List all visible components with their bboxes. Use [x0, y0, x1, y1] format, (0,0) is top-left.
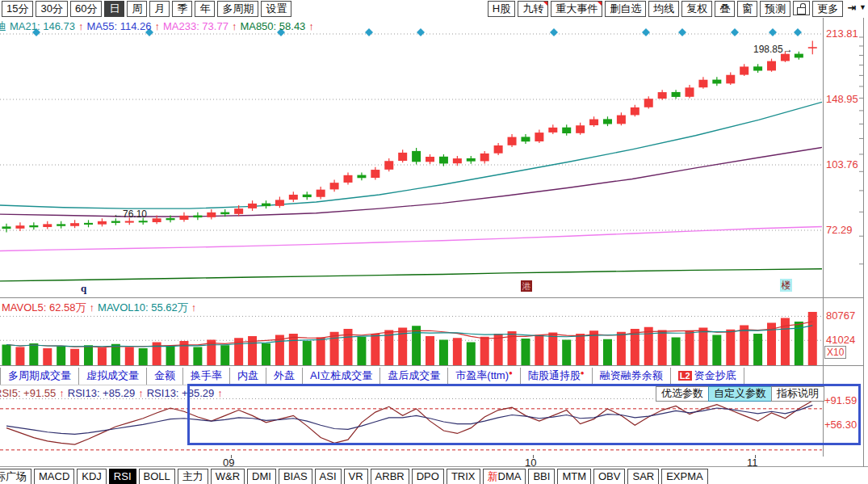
toolbar-button-复权[interactable]: 复权: [681, 1, 712, 17]
ma-lines: [0, 102, 822, 281]
event-marker-楼[interactable]: 楼: [780, 279, 792, 292]
indicator-tab-虚拟成交量[interactable]: 虚拟成交量: [79, 368, 147, 385]
ma-label-MA233: MA233: 73.77: [163, 20, 229, 32]
last-price-annotation: 198.85→: [753, 44, 793, 55]
mavol-label-0: MAVOL5: 62.58万: [2, 301, 86, 314]
bottom-tab-BBI[interactable]: BBI: [528, 469, 555, 484]
toolbar-button-叠[interactable]: 叠: [715, 1, 735, 17]
up-arrow-icon: ↑: [90, 301, 95, 314]
indicator-tab-多周期成交量[interactable]: 多周期成交量: [0, 368, 79, 385]
top-toolbar: 15分30分60分日周月季年多周期设置 H股九转重大事件删自选均线复权叠窗预测更…: [0, 0, 868, 18]
lock-button[interactable]: [793, 1, 810, 15]
indicator-tab-外盘[interactable]: 外盘: [266, 368, 303, 385]
param-button-指标说明[interactable]: 指标说明: [771, 386, 824, 402]
volume-unit-badge: X10: [824, 346, 846, 359]
indicator-tab-AI立桩成交量[interactable]: AI立桩成交量: [303, 368, 380, 385]
toolbar-button-更多[interactable]: 更多: [812, 1, 843, 17]
period-tab-设置[interactable]: 设置: [261, 1, 291, 17]
up-arrow-icon: ↑: [154, 20, 160, 32]
bottom-tab-DPO[interactable]: DPO: [412, 469, 444, 484]
period-tab-多周期[interactable]: 多周期: [217, 1, 258, 17]
toolbar-button-九转[interactable]: 九转: [518, 1, 548, 17]
bottom-tab-MTM[interactable]: MTM: [557, 469, 591, 484]
chevron-down-icon[interactable]: ▼: [858, 1, 868, 15]
bottom-tab-TRIX[interactable]: TRIX: [447, 469, 480, 484]
new-dot-badge: ●: [581, 369, 585, 377]
stock-name-fragment: 迪: [0, 20, 6, 32]
bottom-tab-W&R[interactable]: W&R: [211, 469, 245, 484]
indicator-tab-bar: 多周期成交量虚拟成交量金额换手率内盘外盘AI立桩成交量盘后成交量市盈率(ttm)…: [0, 368, 823, 385]
toolbar-right-group: H股九转重大事件删自选均线复权叠窗预测更多⇥▼: [486, 0, 868, 17]
bottom-tab-主力[interactable]: 主力: [178, 469, 208, 484]
bottom-tab-BOLL[interactable]: BOLL: [139, 469, 175, 484]
bottom-tab-SAR[interactable]: SAR: [627, 469, 659, 484]
toolbar-button-均线[interactable]: 均线: [648, 1, 679, 17]
indicator-tab-融资融券余额[interactable]: 融资融券余额: [593, 368, 671, 385]
ma-label-MA850: MA850: 58.43: [240, 20, 305, 32]
rsi-axis-label: +56.30: [824, 419, 857, 431]
panel-frames: [0, 0, 868, 484]
param-button-自定义参数[interactable]: 自定义参数: [708, 386, 772, 402]
rsi-axis-label: +91.59: [824, 394, 857, 406]
mavol-label-1: MAVOL10: 55.62万: [98, 301, 188, 314]
period-tab-60分[interactable]: 60分: [70, 1, 102, 17]
period-tab-季[interactable]: 季: [172, 1, 192, 17]
ma-label-MA55: MA55: 114.26: [86, 20, 151, 32]
indicator-tab-陆股通持股[interactable]: 陆股通持股●: [521, 368, 593, 385]
bottom-tab-RSI[interactable]: RSI: [109, 469, 136, 484]
bottom-tab-ARBR[interactable]: ARBR: [371, 469, 409, 484]
price-axis-label: 213.81: [826, 27, 858, 40]
period-tab-周[interactable]: 周: [127, 1, 147, 17]
indicator-tab-金额[interactable]: 金额: [147, 368, 183, 385]
toolbar-button-窗[interactable]: 窗: [737, 1, 757, 17]
bottom-tab-OBV[interactable]: OBV: [593, 469, 625, 484]
event-marker-港[interactable]: 港: [521, 280, 532, 292]
toolbar-button-删自选[interactable]: 删自选: [605, 1, 646, 17]
unlock-icon: [797, 7, 806, 15]
toolbar-button-H股[interactable]: H股: [488, 1, 515, 17]
toolbar-button-预测[interactable]: 预测: [760, 1, 790, 17]
x-axis-tick: [231, 455, 232, 458]
l2-badge: L2: [678, 371, 692, 381]
up-arrow-icon: ↑: [138, 387, 144, 399]
volume-bars: [2, 312, 817, 365]
candles: [2, 40, 817, 232]
bottom-tab-ASI[interactable]: ASI: [315, 469, 342, 484]
toolbar-button-重大事件[interactable]: 重大事件: [551, 1, 602, 17]
indicator-tab-资金抄底[interactable]: L2资金抄底: [671, 368, 744, 385]
indicator-tab-换手率[interactable]: 换手率: [183, 368, 230, 385]
indicator-tab-盘后成交量[interactable]: 盘后成交量: [380, 368, 448, 385]
event-marker-q[interactable]: q: [81, 282, 86, 295]
period-tab-年[interactable]: 年: [195, 1, 215, 17]
rsi-value-label-2: RSI13: +85.29: [147, 387, 214, 399]
volume-axis-label: 41024: [826, 334, 855, 346]
price-axis-label: 72.29: [826, 224, 853, 236]
indicator-tab-市盈率(ttm)[interactable]: 市盈率(ttm)●: [448, 368, 521, 385]
period-tab-30分[interactable]: 30分: [36, 1, 67, 17]
x-axis-tick: [533, 455, 534, 458]
period-tab-15分[interactable]: 15分: [2, 1, 33, 17]
up-arrow-icon: ↑: [59, 387, 65, 399]
bottom-tab-BIAS[interactable]: BIAS: [279, 469, 312, 484]
bottom-tab-DMI[interactable]: DMI: [247, 469, 276, 484]
period-tab-日[interactable]: 日: [104, 1, 124, 17]
price-axis-label: 148.95: [826, 93, 858, 105]
bottom-tab-VR[interactable]: VR: [344, 469, 368, 484]
rsi-value-label-0: RSI5: +91.55: [0, 387, 56, 399]
bottom-tab-新DMA[interactable]: 新DMA: [483, 469, 526, 484]
period-tab-月[interactable]: 月: [149, 1, 170, 17]
indicator-tab-内盘[interactable]: 内盘: [230, 368, 266, 385]
bottom-tab-MACD[interactable]: MACD: [34, 469, 74, 484]
up-arrow-icon: ↑: [78, 20, 84, 32]
bottom-tab-标广场[interactable]: 标广场: [0, 469, 31, 484]
arrow-right-icon: →: [783, 44, 793, 55]
bottom-indicator-tab-bar: 标广场MACDKDJRSIBOLL主力W&RDMIBIASASIVRARBRDP…: [0, 467, 868, 484]
chart-canvas[interactable]: [0, 0, 868, 484]
up-arrow-icon: ↑: [308, 20, 314, 32]
bottom-tab-EXPMA[interactable]: EXPMA: [661, 469, 708, 484]
param-button-优选参数[interactable]: 优选参数: [656, 386, 709, 402]
collapse-panel-icon[interactable]: ⇥: [845, 1, 858, 15]
x-axis-tick: [755, 455, 756, 458]
new-dot-badge: ●: [509, 369, 513, 377]
bottom-tab-KDJ[interactable]: KDJ: [77, 469, 107, 484]
